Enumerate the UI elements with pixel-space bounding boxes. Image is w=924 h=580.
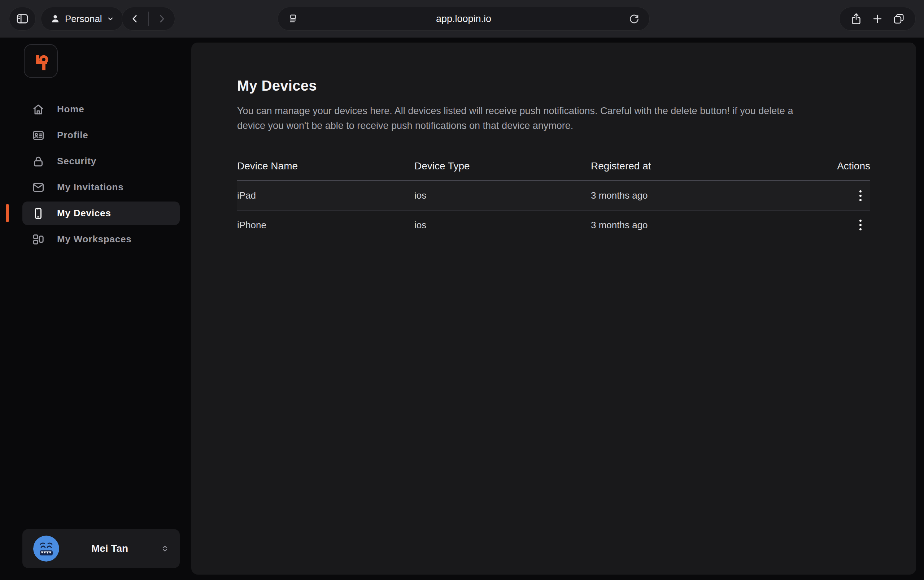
column-header: Device Name <box>237 160 414 172</box>
smartphone-icon <box>32 207 45 220</box>
browser-toolbar: Personal app.loopin.io <box>0 0 924 38</box>
sidebar-nav-item[interactable]: My Workspaces <box>22 227 180 251</box>
column-header: Device Type <box>414 160 591 172</box>
address-bar[interactable]: app.loopin.io <box>278 7 650 31</box>
sidebar-item-label: Home <box>57 104 84 115</box>
new-tab-button[interactable] <box>871 13 884 25</box>
back-button[interactable] <box>122 7 148 30</box>
forward-button[interactable] <box>149 7 175 30</box>
sidebar-nav-item[interactable]: Profile <box>22 124 180 147</box>
chevron-down-icon <box>107 15 114 23</box>
main-content-card: My Devices You can manage your devices h… <box>191 43 916 575</box>
cell-device-type: ios <box>414 190 591 201</box>
row-actions-menu-button[interactable] <box>856 217 865 233</box>
kebab-icon <box>859 219 862 222</box>
profile-switcher-button[interactable]: Personal <box>41 7 123 31</box>
table-row: iPhone ios 3 months ago <box>237 211 870 239</box>
lock-icon <box>32 155 45 168</box>
cell-device-type: ios <box>414 219 591 231</box>
sidebar-nav-item[interactable]: My Devices <box>22 201 180 225</box>
table-row: iPad ios 3 months ago <box>237 181 870 211</box>
window-actions-group <box>839 7 916 31</box>
sidebar-nav: Home Profile Security My Invitations My … <box>22 97 180 251</box>
kebab-icon <box>859 190 862 193</box>
loopin-logo[interactable] <box>24 44 58 78</box>
back-forward-group <box>122 7 175 31</box>
row-actions-menu-button[interactable] <box>856 188 865 204</box>
devices-table-header: Device NameDevice TypeRegistered atActio… <box>237 152 870 181</box>
column-header: Actions <box>830 160 870 172</box>
page-description: You can manage your devices here. All de… <box>237 104 795 133</box>
cell-registered-at: 3 months ago <box>591 219 830 231</box>
share-button[interactable] <box>850 12 863 25</box>
profile-label: Personal <box>65 13 102 25</box>
sidebar-item-label: My Invitations <box>57 182 124 193</box>
chevron-up-down-icon <box>160 544 169 553</box>
tab-overview-button[interactable] <box>892 12 905 25</box>
cell-device-name: iPhone <box>237 219 414 231</box>
column-header: Registered at <box>591 160 830 172</box>
avatar <box>33 536 59 562</box>
cell-device-name: iPad <box>237 190 414 201</box>
url-text[interactable]: app.loopin.io <box>278 13 649 25</box>
cell-registered-at: 3 months ago <box>591 190 830 201</box>
id-card-icon <box>32 129 45 142</box>
loopin-logo-icon <box>29 49 53 72</box>
home-icon <box>32 103 45 116</box>
mail-icon <box>32 181 45 194</box>
devices-table: Device NameDevice TypeRegistered atActio… <box>237 152 870 239</box>
sidebar-item-label: Security <box>57 156 96 167</box>
app-sidebar: Home Profile Security My Invitations My … <box>0 38 191 580</box>
sidebar-nav-item[interactable]: My Invitations <box>22 176 180 199</box>
account-switcher[interactable]: Mei Tan <box>22 529 180 568</box>
sidebar-nav-item[interactable]: Home <box>22 97 180 121</box>
sidebar-item-label: My Devices <box>57 208 111 219</box>
sidebar-toggle-icon <box>15 12 29 26</box>
person-icon <box>50 13 61 24</box>
sidebar-nav-item[interactable]: Security <box>22 150 180 173</box>
layout-grid-icon <box>32 233 45 246</box>
sidebar-item-label: My Workspaces <box>57 234 132 245</box>
user-name: Mei Tan <box>70 543 150 554</box>
page-title: My Devices <box>237 77 870 94</box>
devices-table-body: iPad ios 3 months ago iPhone ios 3 month… <box>237 181 870 239</box>
sidebar-toggle-button[interactable] <box>9 7 36 31</box>
sidebar-item-label: Profile <box>57 130 89 141</box>
